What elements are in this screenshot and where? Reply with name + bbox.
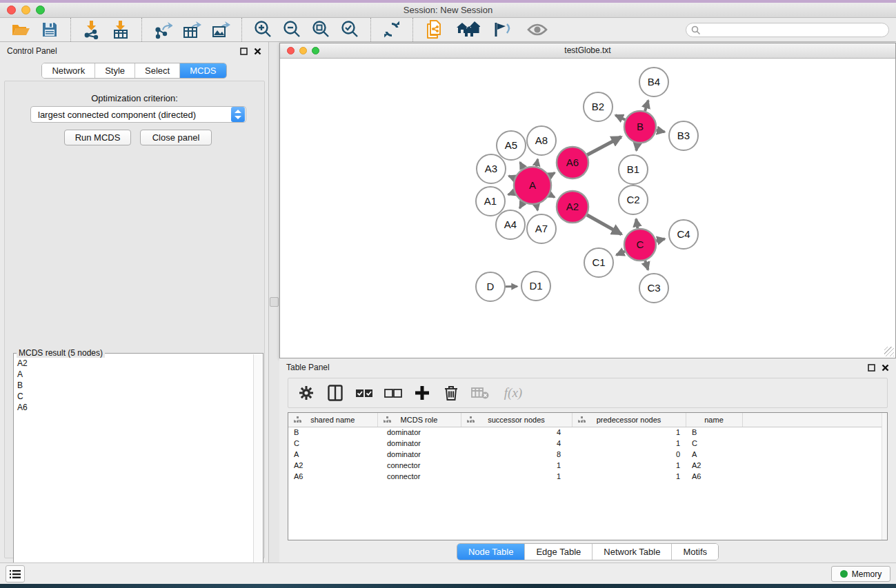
edge-A-A7[interactable] xyxy=(537,204,538,210)
tab-style[interactable]: Style xyxy=(95,63,135,78)
search-input[interactable] xyxy=(686,23,889,37)
table-cell[interactable]: A xyxy=(686,449,742,460)
graph-node-A4[interactable]: A4 xyxy=(496,210,525,239)
edge-A-A4[interactable] xyxy=(519,202,523,208)
search-field[interactable] xyxy=(686,23,889,37)
result-item[interactable]: A2 xyxy=(14,358,253,369)
delete-table-icon[interactable] xyxy=(470,383,490,403)
table-cell[interactable]: 1 xyxy=(461,471,572,482)
graph-node-C1[interactable]: C1 xyxy=(584,248,613,277)
graph-node-D1[interactable]: D1 xyxy=(521,272,550,301)
edge-A2-C[interactable] xyxy=(587,215,621,234)
add-icon[interactable] xyxy=(412,383,432,403)
edge-B-B3[interactable] xyxy=(657,130,665,132)
table-cell[interactable]: 1 xyxy=(572,427,686,438)
graph-node-A3[interactable]: A3 xyxy=(477,154,506,183)
close-panel-icon[interactable] xyxy=(254,48,261,55)
delete-icon[interactable] xyxy=(441,383,461,403)
graph-node-A[interactable]: A xyxy=(514,167,551,204)
edge-A-A5[interactable] xyxy=(520,162,524,168)
result-item[interactable]: B xyxy=(14,380,253,391)
edge-B-B2[interactable] xyxy=(615,115,625,120)
zoom-selected-icon[interactable] xyxy=(335,19,364,41)
column-header-name[interactable]: name xyxy=(686,413,742,427)
edge-C-C4[interactable] xyxy=(656,239,664,241)
export-table-icon[interactable] xyxy=(177,19,206,41)
graph-node-D[interactable]: D xyxy=(476,272,505,301)
table-cell[interactable]: A xyxy=(288,449,377,460)
graph-node-A1[interactable]: A1 xyxy=(476,187,505,216)
table-cell[interactable]: connector xyxy=(377,471,461,482)
graph-node-A5[interactable]: A5 xyxy=(497,131,526,160)
graph-node-B4[interactable]: B4 xyxy=(639,68,668,97)
export-image-icon[interactable] xyxy=(206,19,235,41)
table-cell[interactable]: dominator xyxy=(377,438,461,449)
result-item[interactable]: A xyxy=(14,369,253,380)
resize-grip-icon[interactable] xyxy=(884,347,894,356)
network-canvas[interactable]: B4B2BB3A8A5A6A3B1AC2A1A2A4A7C4CC1D1DC3 xyxy=(281,59,895,358)
table-cell[interactable]: 4 xyxy=(461,438,572,449)
graph-node-C[interactable]: C xyxy=(624,229,656,261)
edge-A6-B[interactable] xyxy=(587,137,621,155)
column-header-predecessor-nodes[interactable]: predecessor nodes xyxy=(572,413,686,427)
graph-node-B3[interactable]: B3 xyxy=(669,121,698,150)
table-scrollbar[interactable] xyxy=(882,413,887,540)
tab-network-table[interactable]: Network Table xyxy=(593,544,672,560)
import-table-icon[interactable] xyxy=(106,19,135,41)
close-panel-button[interactable]: Close panel xyxy=(140,130,212,145)
houses-icon[interactable] xyxy=(454,19,483,41)
result-item[interactable]: C xyxy=(14,391,253,402)
tab-edge-table[interactable]: Edge Table xyxy=(525,544,593,560)
table-row[interactable]: Cdominator41C xyxy=(288,438,882,449)
table-cell[interactable]: A2 xyxy=(686,460,742,471)
tab-node-table[interactable]: Node Table xyxy=(457,544,526,560)
column-header-MCDS-role[interactable]: MCDS role xyxy=(377,413,461,427)
graph-node-A2[interactable]: A2 xyxy=(557,191,588,223)
tab-motifs[interactable]: Motifs xyxy=(672,544,718,560)
column-icon[interactable] xyxy=(326,383,345,403)
graph-node-A7[interactable]: A7 xyxy=(527,214,556,243)
table-cell[interactable]: A6 xyxy=(288,471,377,482)
table-cell[interactable]: 1 xyxy=(572,438,686,449)
deselect-all-icon[interactable] xyxy=(384,383,403,403)
graph-node-A8[interactable]: A8 xyxy=(527,126,556,155)
table-cell[interactable]: connector xyxy=(377,460,461,471)
tab-mcds[interactable]: MCDS xyxy=(180,63,226,78)
edge-C-C2[interactable] xyxy=(636,219,637,229)
graph-node-B1[interactable]: B1 xyxy=(619,155,648,184)
edge-B-B1[interactable] xyxy=(636,143,637,151)
table-cell[interactable]: dominator xyxy=(377,449,461,460)
graph-node-C3[interactable]: C3 xyxy=(639,274,668,303)
edge-A-A8[interactable] xyxy=(536,159,537,167)
tab-network[interactable]: Network xyxy=(42,63,95,78)
table-cell[interactable]: C xyxy=(686,438,742,449)
graph-node-A6[interactable]: A6 xyxy=(557,147,588,179)
float-table-panel-icon[interactable] xyxy=(868,364,875,372)
import-network-icon[interactable] xyxy=(77,19,106,41)
function-builder-icon[interactable]: f(x) xyxy=(499,383,527,403)
table-row[interactable]: Adominator80A xyxy=(288,449,882,460)
folder-open-icon[interactable] xyxy=(6,19,35,41)
criterion-dropdown[interactable]: largest connected component (directed) xyxy=(30,106,246,123)
task-list-button[interactable] xyxy=(6,565,25,582)
graph-node-C2[interactable]: C2 xyxy=(619,185,648,214)
zoom-fit-icon[interactable] xyxy=(306,19,335,41)
table-cell[interactable]: 4 xyxy=(461,427,572,438)
column-header-shared-name[interactable]: shared name xyxy=(288,413,377,427)
memory-button[interactable]: Memory xyxy=(831,566,890,582)
edge-C-C3[interactable] xyxy=(645,261,648,270)
network-document-icon[interactable] xyxy=(419,19,448,41)
edge-A-A3[interactable] xyxy=(509,176,515,178)
table-row[interactable]: A6connector11A6 xyxy=(288,471,882,482)
select-all-icon[interactable] xyxy=(355,383,374,403)
edge-A-A2[interactable] xyxy=(550,194,555,197)
column-header-successor-nodes[interactable]: successor nodes xyxy=(461,413,572,427)
result-item[interactable]: A6 xyxy=(14,402,253,413)
run-mcds-button[interactable]: Run MCDS xyxy=(64,130,131,145)
table-cell[interactable]: 1 xyxy=(572,471,686,482)
close-table-panel-icon[interactable] xyxy=(882,364,889,372)
zoom-out-icon[interactable] xyxy=(277,19,306,41)
float-panel-icon[interactable] xyxy=(240,48,248,55)
table-cell[interactable]: 1 xyxy=(461,460,572,471)
edge-C-C1[interactable] xyxy=(617,252,625,255)
